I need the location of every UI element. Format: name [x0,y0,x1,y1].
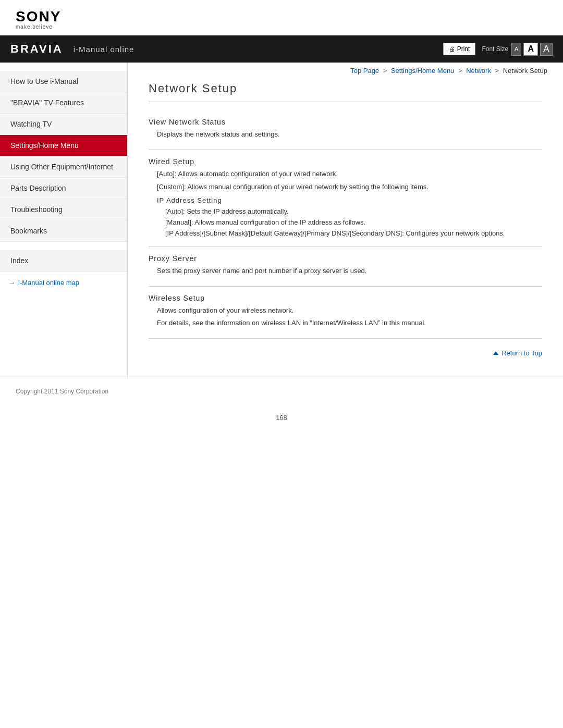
sidebar-item-6[interactable]: Troubleshooting [0,199,127,220]
breadcrumb-sep-2: > [458,67,462,75]
sony-tagline: make.believe [16,24,547,30]
sidebar-map-link[interactable]: → i-Manual online map [0,272,127,294]
font-large-button[interactable]: A [540,43,553,56]
font-size-label: Font Size [482,45,508,53]
sidebar: How to Use i-Manual"BRAVIA" TV FeaturesW… [0,63,128,378]
subsection-1-0: IP Address Setting[Auto]: Sets the IP ad… [157,196,542,239]
font-size-buttons: A A A [511,43,553,56]
breadcrumb-sep-1: > [383,67,387,75]
sidebar-item-1[interactable]: "BRAVIA" TV Features [0,92,127,114]
main-container: How to Use i-Manual"BRAVIA" TV FeaturesW… [0,63,563,378]
breadcrumb-network[interactable]: Network [466,67,491,75]
section-0: View Network StatusDisplays the network … [149,110,542,150]
subsection-text-1-0: [Auto]: Sets the IP address automaticall… [165,206,542,239]
font-medium-button[interactable]: A [523,43,538,56]
sidebar-item-3[interactable]: Settings/Home Menu [0,135,127,156]
breadcrumb: Top Page > Settings/Home Menu > Network … [128,63,563,77]
triangle-up-icon [493,351,498,355]
sidebar-item-4[interactable]: Using Other Equipment/Internet [0,156,127,178]
section-title-0: View Network Status [149,118,542,126]
return-to-top: Return to Top [149,339,542,362]
section-text-2: Sets the proxy server name and port numb… [157,266,542,277]
font-small-button[interactable]: A [511,43,521,56]
print-label: Print [457,45,470,53]
sidebar-index[interactable]: Index [0,250,127,272]
section-3: Wireless SetupAllows configuration of yo… [149,287,542,339]
header: SONY make.believe [0,0,563,35]
print-button[interactable]: 🖨 Print [443,43,476,55]
page-title: Network Setup [149,82,542,102]
breadcrumb-settings[interactable]: Settings/Home Menu [391,67,454,75]
sony-text: SONY [16,8,547,25]
nav-title: i-Manual online [74,45,443,54]
sidebar-item-7[interactable]: Bookmarks [0,220,127,242]
section-text-3: Allows configuration of your wireless ne… [157,305,542,329]
content-area: Network Setup View Network StatusDisplay… [128,77,563,378]
navbar: BRAVIA i-Manual online 🖨 Print Font Size… [0,35,563,63]
content-outer: Top Page > Settings/Home Menu > Network … [128,63,563,378]
section-text-0: Displays the network status and settings… [157,129,542,140]
section-1: Wired Setup[Auto]: Allows automatic conf… [149,150,542,247]
sony-logo: SONY make.believe [16,8,547,30]
arrow-right-icon: → [8,279,15,287]
page-number: 168 [0,403,563,432]
footer: Copyright 2011 Sony Corporation [0,378,563,403]
breadcrumb-sep-3: > [495,67,499,75]
sections-container: View Network StatusDisplays the network … [149,110,542,339]
sidebar-item-2[interactable]: Watching TV [0,114,127,135]
printer-icon: 🖨 [449,45,455,53]
bravia-logo: BRAVIA [10,42,63,56]
return-to-top-label: Return to Top [501,349,542,357]
return-to-top-link[interactable]: Return to Top [493,349,542,357]
section-text-1: [Auto]: Allows automatic configuration o… [157,169,542,193]
section-title-1: Wired Setup [149,157,542,166]
sidebar-map-label: i-Manual online map [18,279,79,287]
breadcrumb-current: Network Setup [503,67,547,75]
section-title-2: Proxy Server [149,254,542,263]
breadcrumb-top-page[interactable]: Top Page [350,67,379,75]
sidebar-item-0[interactable]: How to Use i-Manual [0,71,127,92]
subsection-title-1-0: IP Address Setting [157,196,542,204]
sidebar-item-5[interactable]: Parts Description [0,178,127,199]
sidebar-nav: How to Use i-Manual"BRAVIA" TV FeaturesW… [0,71,127,242]
copyright: Copyright 2011 Sony Corporation [16,388,108,395]
section-title-3: Wireless Setup [149,294,542,302]
section-2: Proxy ServerSets the proxy server name a… [149,247,542,287]
